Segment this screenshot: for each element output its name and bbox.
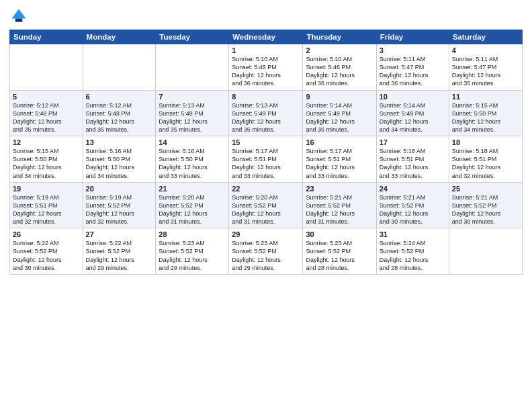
- calendar-cell: 30Sunrise: 5:23 AM Sunset: 5:52 PM Dayli…: [303, 228, 376, 275]
- day-number: 5: [13, 93, 80, 101]
- day-info: Sunrise: 5:21 AM Sunset: 5:52 PM Dayligh…: [380, 193, 446, 226]
- day-info: Sunrise: 5:24 AM Sunset: 5:52 PM Dayligh…: [380, 239, 446, 272]
- calendar-cell: 28Sunrise: 5:23 AM Sunset: 5:52 PM Dayli…: [156, 228, 229, 275]
- calendar-week-5: 26Sunrise: 5:22 AM Sunset: 5:52 PM Dayli…: [10, 228, 523, 275]
- day-info: Sunrise: 5:12 AM Sunset: 5:48 PM Dayligh…: [13, 101, 80, 134]
- day-number: 26: [13, 230, 80, 238]
- calendar-cell: 7Sunrise: 5:13 AM Sunset: 5:48 PM Daylig…: [156, 90, 229, 136]
- day-number: 22: [232, 185, 300, 193]
- calendar-cell: 25Sunrise: 5:21 AM Sunset: 5:52 PM Dayli…: [449, 182, 522, 228]
- day-info: Sunrise: 5:14 AM Sunset: 5:49 PM Dayligh…: [306, 101, 373, 134]
- calendar-cell: 4Sunrise: 5:11 AM Sunset: 5:47 PM Daylig…: [449, 44, 522, 91]
- col-header-saturday: Saturday: [449, 30, 522, 44]
- day-number: 3: [380, 46, 446, 54]
- col-header-friday: Friday: [376, 30, 449, 44]
- calendar-cell: 27Sunrise: 5:22 AM Sunset: 5:52 PM Dayli…: [83, 228, 156, 275]
- day-number: 31: [380, 230, 446, 238]
- day-number: 10: [380, 93, 446, 101]
- day-info: Sunrise: 5:18 AM Sunset: 5:51 PM Dayligh…: [452, 147, 519, 180]
- day-number: 27: [86, 230, 153, 238]
- svg-rect-1: [15, 19, 23, 22]
- calendar-cell: 29Sunrise: 5:23 AM Sunset: 5:52 PM Dayli…: [229, 228, 303, 275]
- day-number: 29: [232, 230, 300, 238]
- calendar-cell: 12Sunrise: 5:15 AM Sunset: 5:50 PM Dayli…: [10, 136, 83, 183]
- calendar-cell: 22Sunrise: 5:20 AM Sunset: 5:52 PM Dayli…: [229, 182, 303, 228]
- calendar-week-2: 5Sunrise: 5:12 AM Sunset: 5:48 PM Daylig…: [10, 90, 523, 136]
- calendar-cell: [10, 44, 83, 91]
- page: SundayMondayTuesdayWednesdayThursdayFrid…: [0, 0, 532, 411]
- day-info: Sunrise: 5:19 AM Sunset: 5:52 PM Dayligh…: [86, 193, 153, 226]
- day-number: 13: [86, 138, 153, 146]
- day-number: 7: [159, 93, 226, 101]
- day-info: Sunrise: 5:18 AM Sunset: 5:51 PM Dayligh…: [380, 147, 446, 180]
- day-info: Sunrise: 5:11 AM Sunset: 5:47 PM Dayligh…: [380, 55, 446, 88]
- day-info: Sunrise: 5:23 AM Sunset: 5:52 PM Dayligh…: [232, 239, 300, 272]
- day-number: 19: [13, 185, 80, 193]
- calendar-cell: 31Sunrise: 5:24 AM Sunset: 5:52 PM Dayli…: [376, 228, 449, 275]
- day-number: 12: [13, 138, 80, 146]
- day-info: Sunrise: 5:10 AM Sunset: 5:46 PM Dayligh…: [232, 55, 300, 88]
- calendar-cell: 20Sunrise: 5:19 AM Sunset: 5:52 PM Dayli…: [83, 182, 156, 228]
- col-header-tuesday: Tuesday: [156, 30, 229, 44]
- calendar-cell: [449, 228, 522, 275]
- day-number: 20: [86, 185, 153, 193]
- day-info: Sunrise: 5:22 AM Sunset: 5:52 PM Dayligh…: [13, 239, 80, 272]
- day-number: 24: [380, 185, 446, 193]
- day-number: 8: [232, 93, 300, 101]
- calendar-cell: 2Sunrise: 5:10 AM Sunset: 5:46 PM Daylig…: [303, 44, 376, 91]
- calendar-week-3: 12Sunrise: 5:15 AM Sunset: 5:50 PM Dayli…: [10, 136, 523, 183]
- calendar-cell: 15Sunrise: 5:17 AM Sunset: 5:51 PM Dayli…: [229, 136, 303, 183]
- day-number: 25: [452, 185, 519, 193]
- day-number: 1: [232, 46, 300, 54]
- day-number: 23: [306, 185, 373, 193]
- logo: [9, 7, 31, 26]
- calendar-cell: 16Sunrise: 5:17 AM Sunset: 5:51 PM Dayli…: [303, 136, 376, 183]
- calendar-cell: 9Sunrise: 5:14 AM Sunset: 5:49 PM Daylig…: [303, 90, 376, 136]
- calendar-cell: 10Sunrise: 5:14 AM Sunset: 5:49 PM Dayli…: [376, 90, 449, 136]
- day-number: 14: [159, 138, 226, 146]
- day-info: Sunrise: 5:16 AM Sunset: 5:50 PM Dayligh…: [159, 147, 226, 180]
- day-number: 21: [159, 185, 226, 193]
- day-number: 11: [452, 93, 519, 101]
- calendar-cell: 17Sunrise: 5:18 AM Sunset: 5:51 PM Dayli…: [376, 136, 449, 183]
- day-info: Sunrise: 5:14 AM Sunset: 5:49 PM Dayligh…: [380, 101, 446, 134]
- day-info: Sunrise: 5:21 AM Sunset: 5:52 PM Dayligh…: [452, 193, 519, 226]
- day-info: Sunrise: 5:15 AM Sunset: 5:50 PM Dayligh…: [13, 147, 80, 180]
- calendar-cell: 1Sunrise: 5:10 AM Sunset: 5:46 PM Daylig…: [229, 44, 303, 91]
- day-info: Sunrise: 5:15 AM Sunset: 5:50 PM Dayligh…: [452, 101, 519, 134]
- calendar-cell: 11Sunrise: 5:15 AM Sunset: 5:50 PM Dayli…: [449, 90, 522, 136]
- calendar-cell: 19Sunrise: 5:19 AM Sunset: 5:51 PM Dayli…: [10, 182, 83, 228]
- col-header-sunday: Sunday: [10, 30, 83, 44]
- calendar-cell: 24Sunrise: 5:21 AM Sunset: 5:52 PM Dayli…: [376, 182, 449, 228]
- calendar-cell: 26Sunrise: 5:22 AM Sunset: 5:52 PM Dayli…: [10, 228, 83, 275]
- day-info: Sunrise: 5:13 AM Sunset: 5:49 PM Dayligh…: [232, 101, 300, 134]
- col-header-thursday: Thursday: [303, 30, 376, 44]
- day-info: Sunrise: 5:10 AM Sunset: 5:46 PM Dayligh…: [306, 55, 373, 88]
- calendar: SundayMondayTuesdayWednesdayThursdayFrid…: [9, 30, 523, 275]
- col-header-wednesday: Wednesday: [229, 30, 303, 44]
- day-info: Sunrise: 5:19 AM Sunset: 5:51 PM Dayligh…: [13, 193, 80, 226]
- calendar-cell: 21Sunrise: 5:20 AM Sunset: 5:52 PM Dayli…: [156, 182, 229, 228]
- day-info: Sunrise: 5:21 AM Sunset: 5:52 PM Dayligh…: [306, 193, 373, 226]
- calendar-cell: [156, 44, 229, 91]
- calendar-week-1: 1Sunrise: 5:10 AM Sunset: 5:46 PM Daylig…: [10, 44, 523, 91]
- day-number: 18: [452, 138, 519, 146]
- day-info: Sunrise: 5:23 AM Sunset: 5:52 PM Dayligh…: [306, 239, 373, 272]
- day-info: Sunrise: 5:11 AM Sunset: 5:47 PM Dayligh…: [452, 55, 519, 88]
- calendar-cell: 23Sunrise: 5:21 AM Sunset: 5:52 PM Dayli…: [303, 182, 376, 228]
- day-info: Sunrise: 5:22 AM Sunset: 5:52 PM Dayligh…: [86, 239, 153, 272]
- day-number: 16: [306, 138, 373, 146]
- day-info: Sunrise: 5:12 AM Sunset: 5:48 PM Dayligh…: [86, 101, 153, 134]
- day-number: 4: [452, 46, 519, 54]
- day-number: 2: [306, 46, 373, 54]
- day-number: 17: [380, 138, 446, 146]
- calendar-cell: 18Sunrise: 5:18 AM Sunset: 5:51 PM Dayli…: [449, 136, 522, 183]
- calendar-cell: 6Sunrise: 5:12 AM Sunset: 5:48 PM Daylig…: [83, 90, 156, 136]
- day-info: Sunrise: 5:17 AM Sunset: 5:51 PM Dayligh…: [306, 147, 373, 180]
- calendar-cell: 5Sunrise: 5:12 AM Sunset: 5:48 PM Daylig…: [10, 90, 83, 136]
- svg-marker-0: [12, 9, 26, 19]
- day-info: Sunrise: 5:20 AM Sunset: 5:52 PM Dayligh…: [232, 193, 300, 226]
- day-number: 9: [306, 93, 373, 101]
- day-info: Sunrise: 5:23 AM Sunset: 5:52 PM Dayligh…: [159, 239, 226, 272]
- calendar-cell: 14Sunrise: 5:16 AM Sunset: 5:50 PM Dayli…: [156, 136, 229, 183]
